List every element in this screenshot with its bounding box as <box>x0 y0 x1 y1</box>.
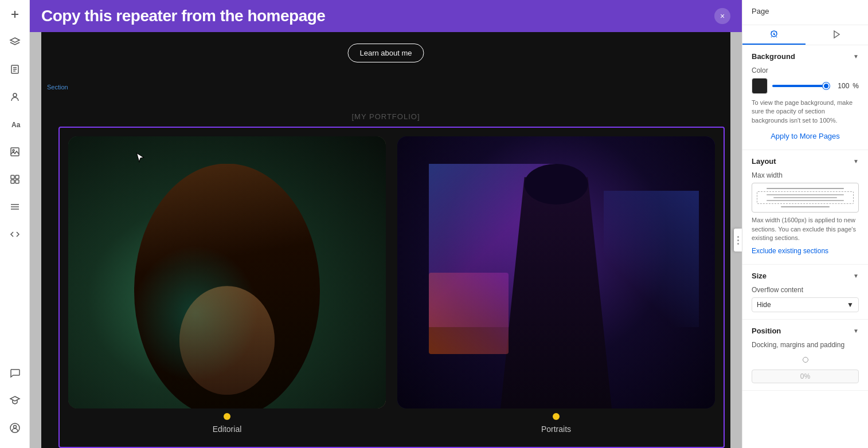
overflow-dropdown[interactable]: Hide ▼ <box>752 297 859 312</box>
learn-about-me-section: Learn about me <box>347 44 424 62</box>
size-arrow[interactable]: ▼ <box>853 273 859 279</box>
color-label: Color <box>752 66 859 74</box>
left-toolbar: Aa <box>0 0 30 448</box>
apply-to-more-pages-link[interactable]: Apply to More Pages <box>752 129 859 143</box>
opacity-slider-track[interactable] <box>772 85 830 87</box>
svg-marker-2 <box>10 38 19 42</box>
background-title: Background <box>752 52 795 61</box>
position-arrow[interactable]: ▼ <box>853 328 859 334</box>
svg-marker-18 <box>10 396 19 401</box>
portraits-caption: Portraits <box>541 425 571 434</box>
docking-circle[interactable] <box>803 357 808 363</box>
max-width-line-2 <box>781 206 830 207</box>
user-profile-icon[interactable] <box>6 419 24 437</box>
svg-point-10 <box>13 150 14 151</box>
color-swatch[interactable] <box>752 78 768 94</box>
background-note: To view the page background, make sure t… <box>752 99 859 125</box>
opacity-value: 100 <box>833 82 849 90</box>
academy-icon[interactable] <box>6 392 24 409</box>
max-width-visual[interactable] <box>752 183 859 213</box>
position-section: Position ▼ Docking, margins and padding … <box>742 320 868 391</box>
layout-title: Layout <box>752 157 776 166</box>
percent-input[interactable]: 0% <box>752 370 859 383</box>
repeater-item-editorial: Editorial <box>68 136 386 438</box>
pages-icon[interactable] <box>6 61 24 78</box>
portfolio-label: [MY PORTFOLIO] <box>352 112 420 121</box>
opacity-percent: % <box>853 82 859 90</box>
editorial-caption: Editorial <box>213 425 242 434</box>
editorial-image <box>68 136 386 408</box>
learn-about-me-button[interactable]: Learn about me <box>347 44 424 62</box>
components-icon[interactable] <box>6 171 24 188</box>
opacity-slider-row: 100 % <box>772 82 859 90</box>
opacity-slider-thumb[interactable] <box>823 82 830 89</box>
svg-marker-22 <box>834 31 839 38</box>
overflow-arrow: ▼ <box>847 301 854 309</box>
overflow-value: Hide <box>757 301 771 309</box>
section-label: Section <box>47 84 68 91</box>
repeater-item-portraits: Portraits <box>397 136 715 438</box>
portraits-dot <box>553 413 560 420</box>
right-panel: Page Background ▼ Color <box>742 0 868 448</box>
editorial-dot <box>224 413 230 420</box>
panel-header: Page <box>742 0 868 25</box>
code-icon[interactable] <box>6 226 24 243</box>
background-section: Background ▼ Color 100 % To view the pag… <box>742 45 868 150</box>
svg-point-21 <box>773 34 775 35</box>
layout-section: Layout ▼ Max width Max width (1600px) is… <box>742 150 868 265</box>
tooltip-banner: Copy this repeater from the homepage × <box>30 0 742 32</box>
svg-rect-13 <box>11 180 14 183</box>
layout-arrow[interactable]: ▼ <box>853 158 859 164</box>
svg-text:Aa: Aa <box>11 121 21 129</box>
media-icon[interactable] <box>6 143 24 160</box>
right-resize-handle[interactable] <box>734 229 742 251</box>
max-width-note: Max width (1600px) is applied to new sec… <box>752 216 859 242</box>
max-width-line-1 <box>767 188 844 189</box>
docking-visual <box>752 352 859 367</box>
people-icon[interactable] <box>6 88 24 105</box>
panel-title: Page <box>752 7 859 15</box>
svg-point-7 <box>13 93 17 97</box>
svg-rect-9 <box>11 148 19 156</box>
panel-tabs <box>742 25 868 45</box>
canvas-area: Copy this repeater from the homepage × D… <box>30 0 742 448</box>
svg-point-20 <box>13 426 16 429</box>
svg-rect-12 <box>15 175 19 179</box>
svg-rect-14 <box>15 180 19 183</box>
size-section: Size ▼ Overflow content Hide ▼ <box>742 265 868 320</box>
tooltip-text: Copy this repeater from the homepage <box>41 7 325 25</box>
data-icon[interactable] <box>6 198 24 215</box>
portraits-image <box>397 136 715 408</box>
background-arrow[interactable]: ▼ <box>853 53 859 60</box>
layers-icon[interactable] <box>6 33 24 50</box>
svg-rect-11 <box>11 175 14 179</box>
repeater-container[interactable]: Editorial <box>58 127 725 448</box>
color-row: 100 % <box>752 78 859 94</box>
add-icon[interactable] <box>6 6 24 23</box>
tab-behavior[interactable] <box>806 25 869 45</box>
chat-icon[interactable] <box>6 364 24 382</box>
position-title: Position <box>752 327 781 335</box>
tooltip-close-button[interactable]: × <box>714 8 730 24</box>
max-width-label: Max width <box>752 171 859 179</box>
tab-design[interactable] <box>742 25 806 45</box>
overflow-label: Overflow content <box>752 286 859 294</box>
exclude-sections-link[interactable]: Exclude existing sections <box>752 247 859 255</box>
docking-label: Docking, margins and padding <box>752 341 859 349</box>
size-title: Size <box>752 272 767 280</box>
fonts-icon[interactable]: Aa <box>6 116 24 133</box>
website-canvas: Learn about me Section [MY PORTFOLIO] <box>41 32 730 448</box>
